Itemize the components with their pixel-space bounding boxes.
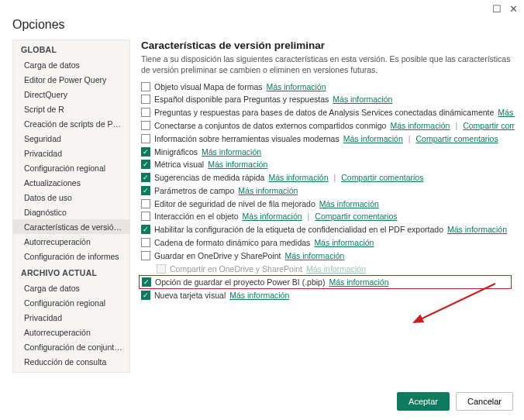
feature-row: Español disponible para Preguntas y resp… <box>141 93 512 106</box>
sidebar-item[interactable]: Configuración de informes <box>13 369 129 373</box>
close-icon[interactable]: ✕ <box>509 3 518 15</box>
sidebar-item[interactable]: Configuración de informes <box>13 249 129 263</box>
feature-checkbox[interactable] <box>141 199 150 208</box>
more-info-link[interactable]: Más información <box>268 173 328 182</box>
feature-checkbox[interactable]: ✓ <box>142 277 151 287</box>
more-info-link[interactable]: Más información <box>498 108 515 117</box>
feature-checkbox <box>157 264 166 274</box>
sidebar-item[interactable]: Diagnóstico <box>13 205 129 219</box>
feature-checkbox[interactable]: ✓ <box>141 291 150 300</box>
sidebar-item[interactable]: Seguridad <box>13 131 129 146</box>
feature-row: ✓Métrica visualMás información <box>141 158 512 171</box>
more-info-link[interactable]: Más información <box>208 160 267 169</box>
sidebar-group-header: GLOBAL <box>13 40 129 57</box>
feature-label: Métrica visual <box>154 160 204 169</box>
more-info-link[interactable]: Más información <box>243 212 302 221</box>
sidebar-item[interactable]: Configuración regional <box>13 295 129 310</box>
feature-label: Minigráficos <box>154 147 198 157</box>
share-comments-link[interactable]: Compartir comentarios <box>341 173 423 182</box>
sidebar-item[interactable]: Configuración regional <box>13 160 129 175</box>
window-title: Opciones <box>0 15 524 40</box>
separator: | <box>455 121 457 130</box>
feature-checkbox[interactable] <box>141 212 150 221</box>
sidebar-item[interactable]: Autorrecuperación <box>13 234 129 249</box>
more-info-link[interactable]: Más información <box>306 264 366 274</box>
feature-label: Información sobre herramientas visuales … <box>154 134 340 143</box>
feature-checkbox[interactable] <box>141 251 150 260</box>
maximize-icon[interactable]: ☐ <box>492 3 502 15</box>
more-info-link[interactable]: Más información <box>314 238 374 247</box>
feature-label: Nueva tarjeta visual <box>154 291 226 300</box>
sidebar-item[interactable]: Datos de uso <box>13 190 129 205</box>
more-info-link[interactable]: Más información <box>202 147 261 157</box>
separator: | <box>409 134 411 143</box>
feature-label: Guardar en OneDrive y SharePoint <box>154 251 281 260</box>
sidebar-item[interactable]: Privacidad <box>13 310 129 325</box>
separator: | <box>308 212 310 221</box>
feature-label: Sugerencias de medida rápida <box>154 173 264 182</box>
feature-checkbox[interactable] <box>141 121 150 130</box>
feature-label: Editor de seguridad de nivel de fila mej… <box>154 199 315 208</box>
feature-checkbox[interactable]: ✓ <box>141 225 150 234</box>
ok-button[interactable]: Aceptar <box>397 392 450 411</box>
sidebar-item[interactable]: Editor de Power Query <box>13 72 129 87</box>
feature-label: Español disponible para Preguntas y resp… <box>154 95 329 104</box>
more-info-link[interactable]: Más información <box>284 251 344 260</box>
feature-checkbox[interactable] <box>141 82 150 91</box>
sidebar-item[interactable]: DirectQuery <box>13 87 129 102</box>
feature-checkbox[interactable] <box>141 134 150 143</box>
feature-checkbox[interactable] <box>141 238 150 247</box>
feature-checkbox[interactable] <box>141 95 150 104</box>
sidebar-item[interactable]: Privacidad <box>13 146 129 160</box>
feature-checkbox[interactable]: ✓ <box>141 173 150 182</box>
feature-checkbox[interactable]: ✓ <box>141 160 150 169</box>
more-info-link[interactable]: Más información <box>390 121 450 130</box>
feature-row: ✓Opción de guardar el proyecto Power BI … <box>139 275 512 289</box>
feature-checkbox[interactable] <box>141 108 150 117</box>
more-info-link[interactable]: Más información <box>319 199 379 208</box>
feature-row: Preguntas y respuestas para bases de dat… <box>141 106 512 119</box>
sidebar-item[interactable]: Creación de scripts de Python <box>13 116 129 131</box>
feature-label: Preguntas y respuestas para bases de dat… <box>154 108 494 117</box>
feature-label: Compartir en OneDrive y SharePoint <box>170 264 302 274</box>
feature-row: Objeto visual Mapa de formasMás informac… <box>141 80 512 93</box>
feature-label: Opción de guardar el proyecto Power BI (… <box>155 277 325 287</box>
cancel-button[interactable]: Cancelar <box>456 392 513 411</box>
sidebar-group-header: ARCHIVO ACTUAL <box>13 263 129 281</box>
sidebar-item[interactable]: Características de versión prelimi... <box>13 219 129 234</box>
feature-label: Interacción en el objeto <box>154 212 239 221</box>
feature-row: ✓Nueva tarjeta visualMás información <box>141 289 512 302</box>
separator: | <box>333 173 336 182</box>
feature-row: Información sobre herramientas visuales … <box>141 132 512 145</box>
feature-label: Conectarse a conjuntos de datos externos… <box>154 121 386 130</box>
more-info-link[interactable]: Más información <box>229 291 289 300</box>
main-panel: Características de versión preliminar Ti… <box>130 40 515 373</box>
more-info-link[interactable]: Más información <box>333 95 392 104</box>
more-info-link[interactable]: Más información <box>343 134 403 143</box>
sidebar-item[interactable]: Actualizaciones <box>13 175 129 190</box>
sidebar-item[interactable]: Carga de datos <box>13 281 129 295</box>
feature-label: Habilitar la configuración de la etiquet… <box>154 225 443 234</box>
sidebar-item[interactable]: Autorrecuperación <box>13 325 129 339</box>
feature-row: Compartir en OneDrive y SharePointMás in… <box>141 262 512 275</box>
share-comments-link[interactable]: Compartir comentarios <box>315 212 397 221</box>
intro-text: Tiene a su disposición las siguientes ca… <box>141 54 512 75</box>
sidebar-item[interactable]: Configuración de conjunto de da... <box>13 339 129 354</box>
feature-row: Cadena de formato dinámico para medidasM… <box>141 236 512 250</box>
more-info-link[interactable]: Más información <box>266 82 326 91</box>
feature-checkbox[interactable]: ✓ <box>141 186 150 195</box>
sidebar-item[interactable]: Reducción de consulta <box>13 354 129 369</box>
sidebar-item[interactable]: Carga de datos <box>13 57 129 72</box>
share-comments-link[interactable]: Compartir comentarios <box>415 134 498 143</box>
feature-row: Conectarse a conjuntos de datos externos… <box>141 119 512 133</box>
sidebar: GLOBALCarga de datosEditor de Power Quer… <box>12 40 130 373</box>
feature-row: ✓Sugerencias de medida rápidaMás informa… <box>141 171 512 184</box>
more-info-link[interactable]: Más información <box>447 225 507 234</box>
share-comments-link[interactable]: Compartir comentarios <box>463 121 515 130</box>
feature-row: Guardar en OneDrive y SharePointMás info… <box>141 249 512 262</box>
more-info-link[interactable]: Más información <box>329 277 388 287</box>
feature-row: Interacción en el objetoMás información|… <box>141 210 512 223</box>
feature-checkbox[interactable]: ✓ <box>141 147 150 157</box>
sidebar-item[interactable]: Script de R <box>13 102 129 116</box>
more-info-link[interactable]: Más información <box>238 186 298 195</box>
